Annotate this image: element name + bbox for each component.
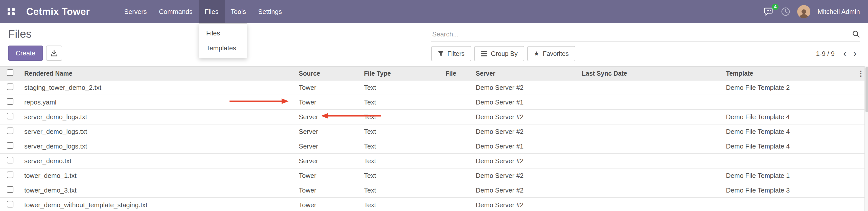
cell-server[interactable]: Demo Server #1 <box>472 139 578 154</box>
cell-server[interactable]: Demo Server #1 <box>472 95 578 110</box>
cell-file-type[interactable]: Text <box>360 198 441 211</box>
group-by-button[interactable]: Group By <box>474 46 524 61</box>
row-checkbox[interactable] <box>7 127 13 134</box>
row-checkbox[interactable] <box>7 142 13 149</box>
row-checkbox[interactable] <box>7 172 13 178</box>
cell-rendered-name[interactable]: staging_tower_demo_2.txt <box>20 80 295 95</box>
search-input[interactable] <box>431 30 852 39</box>
table-row[interactable]: server_demo_logs.txt Server Text Demo Se… <box>0 110 868 124</box>
activities-button[interactable] <box>781 7 790 16</box>
user-avatar[interactable] <box>797 5 810 18</box>
table-row[interactable]: tower_demo_1.txt Tower Text Demo Server … <box>0 168 868 183</box>
cell-template[interactable] <box>722 198 854 211</box>
cell-source[interactable]: Tower <box>295 168 360 183</box>
table-row[interactable]: server_demo.txt Server Text Demo Server … <box>0 154 868 168</box>
column-header-source[interactable]: Source <box>295 66 360 80</box>
row-checkbox[interactable] <box>7 113 13 119</box>
menu-servers[interactable]: Servers <box>118 0 153 23</box>
column-header-file[interactable]: File <box>441 66 472 80</box>
cell-source[interactable]: Server <box>295 124 360 139</box>
cell-template[interactable]: Demo File Template 4 <box>722 124 854 139</box>
export-button[interactable] <box>46 46 62 61</box>
cell-source[interactable]: Server <box>295 154 360 168</box>
search-icon[interactable] <box>852 30 860 38</box>
cell-template[interactable]: Demo File Template 4 <box>722 139 854 154</box>
create-button[interactable]: Create <box>8 46 43 61</box>
cell-file[interactable] <box>441 110 472 124</box>
cell-last-sync-date[interactable] <box>578 139 722 154</box>
apps-menu-button[interactable] <box>0 0 22 23</box>
cell-server[interactable]: Demo Server #2 <box>472 168 578 183</box>
cell-last-sync-date[interactable] <box>578 95 722 110</box>
cell-source[interactable]: Tower <box>295 80 360 95</box>
cell-rendered-name[interactable]: server_demo_logs.txt <box>20 110 295 124</box>
cell-template[interactable] <box>722 154 854 168</box>
filters-button[interactable]: Filters <box>431 46 471 61</box>
cell-file-type[interactable]: Text <box>360 95 441 110</box>
cell-template[interactable]: Demo File Template 1 <box>722 168 854 183</box>
cell-last-sync-date[interactable] <box>578 80 722 95</box>
menu-tools[interactable]: Tools <box>225 0 252 23</box>
cell-source[interactable]: Server <box>295 110 360 124</box>
cell-file[interactable] <box>441 80 472 95</box>
menu-settings[interactable]: Settings <box>252 0 288 23</box>
cell-file[interactable] <box>441 139 472 154</box>
column-header-rendered-name[interactable]: Rendered Name <box>20 66 295 80</box>
cell-file-type[interactable]: Text <box>360 168 441 183</box>
cell-server[interactable]: Demo Server #2 <box>472 110 578 124</box>
pager-next-button[interactable]: › <box>850 49 860 58</box>
column-header-file-type[interactable]: File Type <box>360 66 441 80</box>
row-checkbox[interactable] <box>7 186 13 193</box>
table-row[interactable]: tower_demo_3.txt Tower Text Demo Server … <box>0 183 868 198</box>
cell-template[interactable]: Demo File Template 2 <box>722 80 854 95</box>
menu-files[interactable]: Files Files Templates <box>199 0 225 23</box>
cell-file-type[interactable]: Text <box>360 124 441 139</box>
cell-template[interactable]: Demo File Template 4 <box>722 110 854 124</box>
scrollbar-thumb[interactable] <box>865 67 868 112</box>
cell-file-type[interactable]: Text <box>360 183 441 198</box>
cell-server[interactable]: Demo Server #2 <box>472 198 578 211</box>
cell-last-sync-date[interactable] <box>578 183 722 198</box>
messages-button[interactable]: 4 <box>764 7 774 16</box>
cell-file-type[interactable]: Text <box>360 80 441 95</box>
column-header-last-sync-date[interactable]: Last Sync Date <box>578 66 722 80</box>
cell-file-type[interactable]: Text <box>360 154 441 168</box>
cell-file[interactable] <box>441 198 472 211</box>
cell-server[interactable]: Demo Server #2 <box>472 124 578 139</box>
cell-source[interactable]: Tower <box>295 95 360 110</box>
vertical-scrollbar[interactable] <box>864 66 868 211</box>
cell-server[interactable]: Demo Server #2 <box>472 183 578 198</box>
cell-file[interactable] <box>441 95 472 110</box>
menu-commands[interactable]: Commands <box>153 0 199 23</box>
row-checkbox[interactable] <box>7 98 13 105</box>
cell-rendered-name[interactable]: tower_demo_1.txt <box>20 168 295 183</box>
row-checkbox[interactable] <box>7 84 13 90</box>
favorites-button[interactable]: ★ Favorites <box>527 46 575 61</box>
cell-source[interactable]: Tower <box>295 183 360 198</box>
cell-file-type[interactable]: Text <box>360 139 441 154</box>
table-row[interactable]: repos.yaml Tower Text Demo Server #1 <box>0 95 868 110</box>
cell-last-sync-date[interactable] <box>578 124 722 139</box>
table-row[interactable]: server_demo_logs.txt Server Text Demo Se… <box>0 124 868 139</box>
cell-last-sync-date[interactable] <box>578 168 722 183</box>
cell-rendered-name[interactable]: server_demo.txt <box>20 154 295 168</box>
cell-server[interactable]: Demo Server #2 <box>472 80 578 95</box>
row-checkbox[interactable] <box>7 157 13 163</box>
optional-columns-icon[interactable]: ⋮ <box>857 69 864 78</box>
cell-source[interactable]: Server <box>295 139 360 154</box>
cell-file[interactable] <box>441 124 472 139</box>
table-row[interactable]: server_demo_logs.txt Server Text Demo Se… <box>0 139 868 154</box>
dropdown-item-files[interactable]: Files <box>199 26 247 41</box>
cell-file-type[interactable]: Text <box>360 110 441 124</box>
dropdown-item-templates[interactable]: Templates <box>199 41 247 56</box>
cell-rendered-name[interactable]: repos.yaml <box>20 95 295 110</box>
cell-rendered-name[interactable]: tower_demo_without_template_staging.txt <box>20 198 295 211</box>
user-name[interactable]: Mitchell Admin <box>817 8 860 16</box>
cell-source[interactable]: Tower <box>295 198 360 211</box>
table-row[interactable]: tower_demo_without_template_staging.txt … <box>0 198 868 211</box>
table-row[interactable]: staging_tower_demo_2.txt Tower Text Demo… <box>0 80 868 95</box>
cell-rendered-name[interactable]: server_demo_logs.txt <box>20 139 295 154</box>
cell-server[interactable]: Demo Server #2 <box>472 154 578 168</box>
cell-template[interactable] <box>722 95 854 110</box>
cell-last-sync-date[interactable] <box>578 154 722 168</box>
